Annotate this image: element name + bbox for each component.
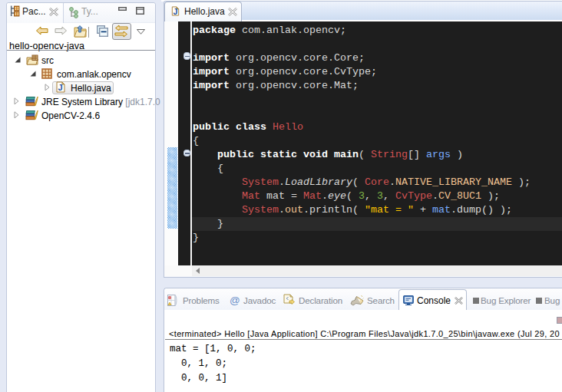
svg-text:J: J bbox=[58, 83, 63, 92]
svg-text:J: J bbox=[174, 7, 178, 16]
